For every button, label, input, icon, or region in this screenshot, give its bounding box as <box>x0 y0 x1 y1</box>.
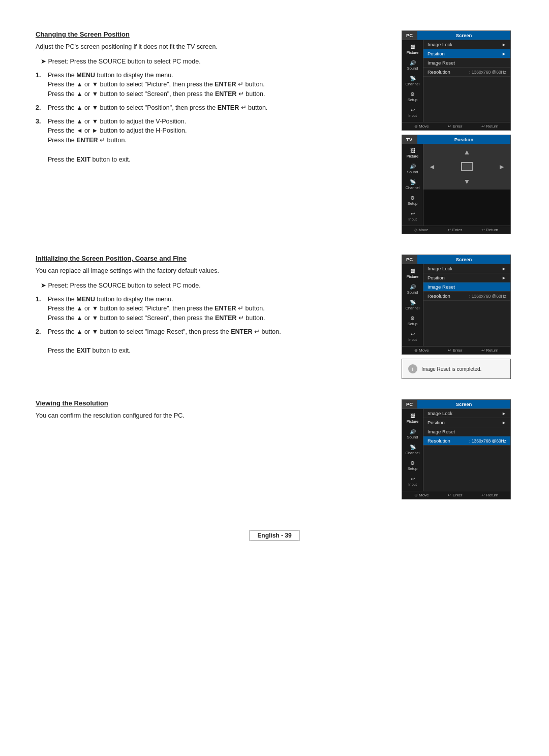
section3-title: Viewing the Resolution <box>36 399 386 407</box>
menu-screen-label: Screen <box>417 31 510 40</box>
menu-pc-label-3: PC <box>402 400 417 408</box>
input-icon-tv: ↩ <box>411 211 415 216</box>
sidebar-input-3: ↩ Input <box>402 474 423 489</box>
position-label: Position <box>417 135 510 144</box>
menu-sidebar-2: 🖼 Picture 🔊 Sound 📡 Channel ⚙ Setup <box>402 264 423 346</box>
pc-screen-screenshot-3: PC Screen 🖼 Picture 🔊 Sound 📡 Channel <box>402 399 511 499</box>
menu-footer-3: ⊕ Move ↵ Enter ↩ Return <box>402 491 510 499</box>
sidebar-setup: ⚙ Setup <box>402 89 423 105</box>
section2-preset: Preset: Press the SOURCE button to selec… <box>36 281 386 291</box>
step-1-3: 3. Press the ▲ or ▼ button to adjust the… <box>36 117 386 165</box>
sidebar-setup-3: ⚙ Setup <box>402 458 423 474</box>
menu-items: Image Lock ► Position ► Image Reset Reso… <box>423 40 510 122</box>
menu-items-3: Image Lock ► Position ► Image Reset Reso… <box>423 409 510 491</box>
sidebar-sound-3: 🔊 Sound <box>402 426 423 442</box>
picture-icon-2: 🖼 <box>410 268 415 274</box>
menu-pc-label: PC <box>402 31 417 40</box>
info-icon: i <box>408 364 417 373</box>
sidebar-sound-2: 🔊 Sound <box>402 281 423 297</box>
menu-screen-label-3: Screen <box>417 400 510 408</box>
picture-icon: 🖼 <box>410 44 415 50</box>
menu-pc-label-2: PC <box>402 255 417 264</box>
position-area: ▲ ◄ ► ▼ <box>423 144 510 190</box>
section2-visuals: PC Screen 🖼 Picture 🔊 Sound 📡 Channel <box>402 255 513 379</box>
section-initializing: Initializing the Screen Position, Coarse… <box>36 255 513 379</box>
menu-item-position-2: Position ► <box>423 273 510 282</box>
menu-item-resolution-3: Resolution : 1360x768 @60Hz <box>423 436 510 446</box>
menu-body-2: 🖼 Picture 🔊 Sound 📡 Channel ⚙ Setup <box>402 264 510 346</box>
page-footer: English - 39 <box>36 530 513 541</box>
menu-sidebar-3: 🖼 Picture 🔊 Sound 📡 Channel ⚙ Setup <box>402 409 423 491</box>
sidebar-input-tv: ↩ Input <box>402 208 423 224</box>
sidebar-channel-2: 📡 Channel <box>402 297 423 313</box>
section2-steps: 1. Press the MENU button to display the … <box>36 295 386 356</box>
setup-icon: ⚙ <box>410 91 415 97</box>
position-body: 🖼 Picture 🔊 Sound 📡 Channel ⚙ Setup <box>402 144 510 226</box>
menu-body: 🖼 Picture 🔊 Sound 📡 Channel ⚙ Setup <box>402 40 510 122</box>
sound-icon-3: 🔊 <box>410 429 416 434</box>
menu-item-imagelock-3: Image Lock ► <box>423 409 510 418</box>
picture-icon-tv: 🖼 <box>410 148 415 153</box>
footer-label: English - 39 <box>250 530 299 541</box>
picture-icon-3: 🖼 <box>410 413 415 419</box>
pos-left-arrow: ◄ <box>429 163 436 171</box>
section1-desc: Adjust the PC's screen positioning if it… <box>36 42 386 52</box>
position-sidebar: 🖼 Picture 🔊 Sound 📡 Channel ⚙ Setup <box>402 144 423 226</box>
pos-center-box <box>461 162 473 171</box>
sidebar-input: ↩ Input <box>402 105 423 120</box>
section2-title: Initializing the Screen Position, Coarse… <box>36 255 386 262</box>
section1-content: Changing the Screen Position Adjust the … <box>36 30 386 234</box>
menu-item-resolution-2: Resolution : 1360x768 @60Hz <box>423 292 510 301</box>
step-num: 1. <box>36 295 44 323</box>
menu-sidebar: 🖼 Picture 🔊 Sound 📡 Channel ⚙ Setup <box>402 40 423 122</box>
section3-content: Viewing the Resolution You can confirm t… <box>36 399 386 499</box>
step-num: 2. <box>36 103 44 113</box>
step-2-1: 1. Press the MENU button to display the … <box>36 295 386 323</box>
section1-preset: Preset: Press the SOURCE button to selec… <box>36 57 386 67</box>
section-viewing-resolution: Viewing the Resolution You can confirm t… <box>36 399 513 499</box>
sound-icon: 🔊 <box>410 60 416 66</box>
pc-screen-screenshot-2: PC Screen 🖼 Picture 🔊 Sound 📡 Channel <box>402 255 511 355</box>
tv-label: TV <box>402 135 417 144</box>
pos-up-arrow: ▲ <box>464 148 471 156</box>
section2-desc: You can replace all image settings with … <box>36 266 386 276</box>
menu-footer: ⊕ Move ↵ Enter ↩ Return <box>402 122 510 130</box>
step-1-1: 1. Press the MENU button to display the … <box>36 71 386 99</box>
menu-item-imagereset-3: Image Reset <box>423 427 510 436</box>
position-footer: ◇ Move ↵ Enter ↩ Return <box>402 226 510 234</box>
step-2-2: 2. Press the ▲ or ▼ button to select "Im… <box>36 327 386 356</box>
channel-icon-3: 📡 <box>410 445 416 450</box>
step-1-2: 2. Press the ▲ or ▼ button to select "Po… <box>36 103 386 113</box>
menu-item-imagereset: Image Reset <box>423 58 510 68</box>
sidebar-channel: 📡 Channel <box>402 73 423 89</box>
section1-visuals: PC Screen 🖼 Picture 🔊 Sound 📡 Channel <box>402 30 513 234</box>
menu-item-imagelock-2: Image Lock ► <box>423 264 510 273</box>
menu-screen-label-2: Screen <box>417 255 510 264</box>
menu-header: PC Screen <box>402 31 510 40</box>
menu-footer-2: ⊕ Move ↵ Enter ↩ Return <box>402 346 510 354</box>
setup-icon-3: ⚙ <box>410 460 415 466</box>
input-icon-2: ↩ <box>411 331 415 337</box>
channel-icon: 📡 <box>410 76 416 81</box>
sidebar-sound-tv: 🔊 Sound <box>402 161 423 177</box>
step-content: Press the MENU button to display the men… <box>48 71 386 99</box>
menu-item-position-3: Position ► <box>423 418 510 427</box>
input-icon-3: ↩ <box>411 476 415 482</box>
sidebar-picture: 🖼 Picture <box>402 42 423 57</box>
sidebar-setup-2: ⚙ Setup <box>402 313 423 329</box>
menu-items-2: Image Lock ► Position ► Image Reset Reso… <box>423 264 510 346</box>
channel-icon-2: 📡 <box>410 300 416 305</box>
sidebar-channel-3: 📡 Channel <box>402 442 423 458</box>
step-content: Press the MENU button to display the men… <box>48 295 386 323</box>
section1-steps: 1. Press the MENU button to display the … <box>36 71 386 165</box>
menu-item-resolution: Resolution : 1360x768 @60Hz <box>423 68 510 77</box>
setup-icon-2: ⚙ <box>410 316 415 321</box>
pos-down-arrow: ▼ <box>464 177 471 185</box>
step-content: Press the ▲ or ▼ button to select "Posit… <box>48 103 386 113</box>
step-num: 1. <box>36 71 44 99</box>
step-content: Press the ▲ or ▼ button to select "Image… <box>48 327 386 356</box>
input-icon: ↩ <box>411 107 415 113</box>
section1-title: Changing the Screen Position <box>36 30 386 38</box>
menu-header-2: PC Screen <box>402 255 510 264</box>
section3-desc: You can confirm the resolution configure… <box>36 411 386 421</box>
